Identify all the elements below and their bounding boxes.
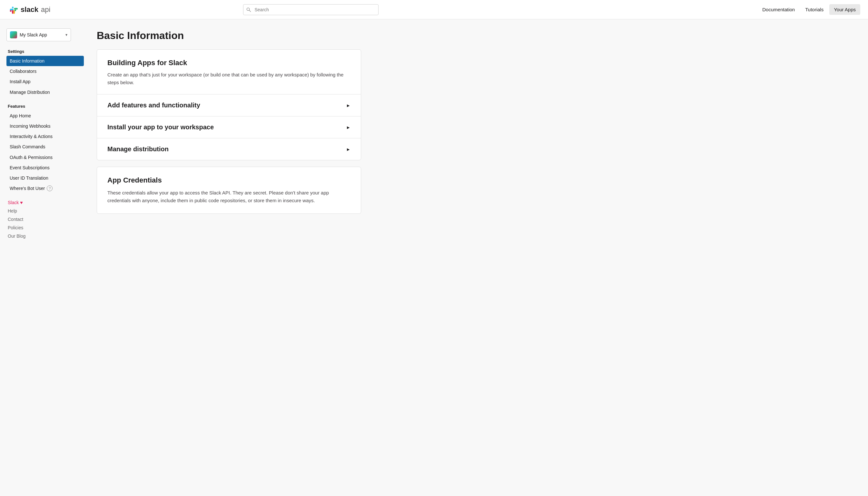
sidebar-item-interactivity-actions[interactable]: Interactivity & Actions xyxy=(6,131,84,142)
sidebar-item-wheres-bot-user[interactable]: Where's Bot User ? xyxy=(6,183,84,193)
footer-contact-link[interactable]: Contact xyxy=(8,216,84,222)
accordion-features-header[interactable]: Add features and functionality ► xyxy=(97,94,361,116)
building-apps-title: Building Apps for Slack xyxy=(107,59,350,67)
accordion-install: Install your app to your workspace ► xyxy=(97,116,361,138)
nav-tutorials[interactable]: Tutorials xyxy=(801,4,828,15)
accordion-distribution: Manage distribution ► xyxy=(97,138,361,160)
sidebar: My Slack App ▾ Settings Basic Informatio… xyxy=(0,19,84,496)
logo-api-text: api xyxy=(41,5,50,14)
sidebar-item-label: Collaborators xyxy=(10,68,36,74)
accordion-install-header[interactable]: Install your app to your workspace ► xyxy=(97,117,361,138)
sidebar-item-label: User ID Translation xyxy=(10,175,48,181)
chevron-right-icon: ► xyxy=(346,125,350,130)
slack-logo-icon xyxy=(8,4,18,15)
sidebar-item-label: Incoming Webhooks xyxy=(10,123,51,129)
search-input[interactable] xyxy=(243,4,379,15)
heart-icon: ♥ xyxy=(20,200,22,205)
sidebar-footer: Slack ♥ Help Contact Policies Our Blog xyxy=(6,200,84,239)
sidebar-item-label: Basic Information xyxy=(10,58,45,64)
logo: slack api xyxy=(8,4,50,15)
credentials-description: These credentials allow your app to acce… xyxy=(107,189,350,204)
chevron-down-icon: ▾ xyxy=(65,33,67,37)
app-selector[interactable]: My Slack App ▾ xyxy=(6,28,71,41)
help-circle-icon: ? xyxy=(47,185,52,191)
search-container xyxy=(243,4,379,15)
sidebar-item-user-id-translation[interactable]: User ID Translation xyxy=(6,173,84,183)
sidebar-item-label: OAuth & Permissions xyxy=(10,154,52,160)
main-content: Basic Information Building Apps for Slac… xyxy=(84,19,374,496)
app-icon xyxy=(10,31,17,38)
sidebar-item-slash-commands[interactable]: Slash Commands xyxy=(6,142,84,152)
accordion-features: Add features and functionality ► xyxy=(97,94,361,116)
footer-slack-link[interactable]: Slack ♥ xyxy=(8,200,84,205)
credentials-card: App Credentials These credentials allow … xyxy=(97,167,361,214)
chevron-right-icon: ► xyxy=(346,103,350,108)
sidebar-settings-section: Settings Basic Information Collaborators… xyxy=(6,49,84,97)
nav-documentation[interactable]: Documentation xyxy=(758,4,799,15)
sidebar-item-basic-information[interactable]: Basic Information xyxy=(6,56,84,66)
settings-section-label: Settings xyxy=(6,49,84,54)
app-selector-name: My Slack App xyxy=(20,32,63,37)
building-apps-card: Building Apps for Slack Create an app th… xyxy=(97,49,361,160)
accordion-install-label: Install your app to your workspace xyxy=(107,124,214,131)
sidebar-item-label: App Home xyxy=(10,113,31,119)
footer-slack-label: Slack xyxy=(8,200,19,205)
accordion-distribution-header[interactable]: Manage distribution ► xyxy=(97,138,361,160)
footer-policies-link[interactable]: Policies xyxy=(8,224,84,231)
building-apps-description: Create an app that's just for your works… xyxy=(107,71,350,87)
sidebar-item-incoming-webhooks[interactable]: Incoming Webhooks xyxy=(6,121,84,131)
sidebar-item-label: Where's Bot User xyxy=(10,185,45,191)
nav-your-apps[interactable]: Your Apps xyxy=(829,4,860,15)
footer-help-link[interactable]: Help xyxy=(8,208,84,214)
logo-slack-text: slack xyxy=(21,5,38,14)
features-section-label: Features xyxy=(6,104,84,109)
header-nav: Documentation Tutorials Your Apps xyxy=(758,4,860,15)
building-apps-top: Building Apps for Slack Create an app th… xyxy=(97,50,361,94)
accordion-distribution-label: Manage distribution xyxy=(107,145,169,153)
sidebar-item-app-home[interactable]: App Home xyxy=(6,111,84,121)
sidebar-item-oauth-permissions[interactable]: OAuth & Permissions xyxy=(6,152,84,162)
accordion-features-label: Add features and functionality xyxy=(107,102,200,109)
footer-blog-link[interactable]: Our Blog xyxy=(8,233,84,239)
sidebar-item-collaborators[interactable]: Collaborators xyxy=(6,66,84,76)
sidebar-item-label: Install App xyxy=(10,79,31,84)
sidebar-item-label: Event Subscriptions xyxy=(10,165,50,171)
sidebar-item-label: Interactivity & Actions xyxy=(10,134,52,139)
sidebar-features-section: Features App Home Incoming Webhooks Inte… xyxy=(6,104,84,194)
credentials-title: App Credentials xyxy=(107,176,350,185)
layout: My Slack App ▾ Settings Basic Informatio… xyxy=(0,19,868,496)
sidebar-item-manage-distribution[interactable]: Manage Distribution xyxy=(6,87,84,97)
sidebar-item-label: Manage Distribution xyxy=(10,89,50,95)
sidebar-item-event-subscriptions[interactable]: Event Subscriptions xyxy=(6,162,84,173)
page-title: Basic Information xyxy=(97,30,361,42)
chevron-right-icon: ► xyxy=(346,147,350,152)
sidebar-item-install-app[interactable]: Install App xyxy=(6,76,84,87)
sidebar-item-label: Slash Commands xyxy=(10,144,46,150)
header: slack api Documentation Tutorials Your A… xyxy=(0,0,868,19)
